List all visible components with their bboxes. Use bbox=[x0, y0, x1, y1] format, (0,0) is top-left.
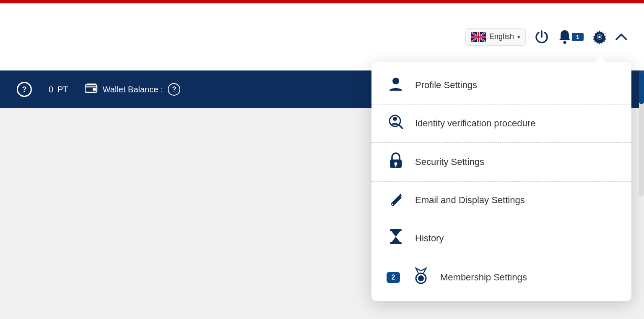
notification-badge: 1 bbox=[572, 33, 584, 41]
header-controls: English ▾ 1 bbox=[465, 28, 627, 46]
menu-item-history[interactable]: History bbox=[371, 219, 631, 258]
medal-icon bbox=[412, 267, 430, 288]
svg-line-18 bbox=[399, 125, 402, 128]
profile-settings-label: Profile Settings bbox=[415, 80, 477, 91]
email-display-settings-label: Email and Display Settings bbox=[415, 195, 525, 206]
chevron-up-icon bbox=[615, 33, 627, 41]
svg-point-9 bbox=[564, 41, 566, 44]
svg-point-22 bbox=[392, 204, 393, 205]
bell-icon bbox=[558, 29, 572, 44]
scrollbar-track bbox=[639, 71, 644, 196]
help-icon-item[interactable]: ? bbox=[17, 82, 32, 97]
svg-rect-24 bbox=[390, 242, 402, 244]
language-selector[interactable]: English ▾ bbox=[465, 28, 526, 46]
gear-icon bbox=[592, 29, 607, 44]
power-button[interactable] bbox=[534, 29, 549, 44]
wallet-label: Wallet Balance : bbox=[103, 85, 163, 94]
menu-item-security-settings[interactable]: Security Settings bbox=[371, 143, 631, 182]
top-bar bbox=[0, 0, 644, 3]
wrench-icon bbox=[387, 191, 405, 209]
language-label: English bbox=[489, 32, 514, 41]
membership-badge: 2 bbox=[387, 272, 400, 283]
settings-button[interactable] bbox=[592, 29, 607, 44]
pt-balance: 0 PT bbox=[49, 85, 68, 94]
menu-item-email-display-settings[interactable]: Email and Display Settings bbox=[371, 182, 631, 219]
svg-point-26 bbox=[418, 275, 424, 281]
svg-rect-14 bbox=[93, 88, 96, 91]
header: English ▾ 1 bbox=[0, 3, 644, 71]
pt-label: PT bbox=[57, 85, 68, 94]
help-circle-icon: ? bbox=[17, 82, 32, 97]
hourglass-icon bbox=[387, 228, 405, 248]
membership-settings-label: Membership Settings bbox=[440, 272, 527, 283]
profile-icon bbox=[387, 76, 405, 95]
menu-item-profile-settings[interactable]: Profile Settings bbox=[371, 66, 631, 105]
dropdown-menu: Profile Settings Identity verification p… bbox=[371, 62, 631, 301]
lock-icon bbox=[387, 152, 405, 172]
svg-rect-23 bbox=[390, 229, 402, 231]
uk-flag-icon bbox=[471, 32, 486, 42]
wallet-section: Wallet Balance : ? bbox=[85, 83, 181, 96]
identity-verification-label: Identity verification procedure bbox=[415, 118, 535, 129]
notification-wrapper: 1 bbox=[558, 29, 584, 44]
security-settings-label: Security Settings bbox=[415, 157, 484, 167]
history-label: History bbox=[415, 233, 444, 244]
wallet-help-icon[interactable]: ? bbox=[168, 83, 180, 96]
notification-button[interactable] bbox=[558, 29, 572, 44]
svg-point-15 bbox=[392, 78, 399, 84]
power-icon bbox=[534, 29, 549, 44]
language-chevron-icon: ▾ bbox=[517, 34, 520, 40]
scrollbar-thumb[interactable] bbox=[639, 71, 644, 104]
identity-icon bbox=[387, 114, 405, 133]
svg-point-17 bbox=[393, 117, 397, 121]
menu-item-identity-verification[interactable]: Identity verification procedure bbox=[371, 105, 631, 143]
menu-item-membership-settings[interactable]: 2 Membership Settings bbox=[371, 258, 631, 297]
pt-amount-value: 0 bbox=[49, 85, 53, 94]
wallet-icon bbox=[85, 83, 98, 96]
user-menu-toggle[interactable] bbox=[615, 33, 627, 41]
